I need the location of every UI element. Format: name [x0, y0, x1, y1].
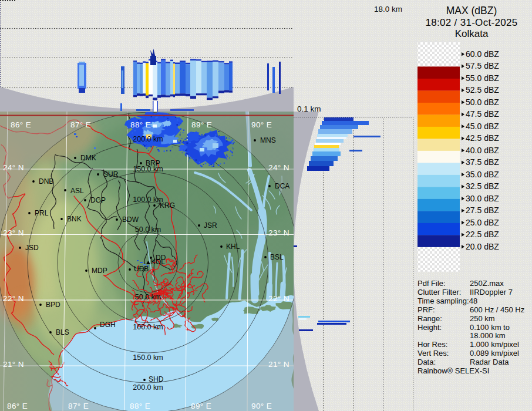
svg-text:PRL: PRL — [35, 209, 49, 217]
svg-text:87° E: 87° E — [70, 120, 91, 129]
svg-text:21° N: 21° N — [268, 360, 289, 369]
svg-text:BSL: BSL — [270, 253, 284, 261]
svg-text:MAX (dBZ): MAX (dBZ) — [446, 5, 497, 16]
svg-text:Kolkata: Kolkata — [455, 28, 489, 39]
svg-text:32.5 dBZ: 32.5 dBZ — [466, 181, 499, 191]
svg-text:200.0 km: 200.0 km — [133, 135, 163, 143]
svg-text:DMK: DMK — [80, 154, 96, 162]
svg-text:22° N: 22° N — [3, 294, 24, 303]
svg-text:18.000 km: 18.000 km — [470, 331, 506, 340]
svg-text:SHD: SHD — [149, 375, 164, 383]
svg-text:86° E: 86° E — [7, 402, 28, 410]
svg-text:45.0 dBZ: 45.0 dBZ — [466, 122, 499, 131]
svg-text:89° E: 89° E — [191, 120, 212, 129]
svg-text:DCA: DCA — [275, 182, 289, 190]
svg-text:SUR: SUR — [103, 170, 119, 178]
svg-text:KRG: KRG — [160, 201, 175, 210]
svg-text:22° N: 22° N — [268, 294, 289, 303]
svg-text:86° E: 86° E — [11, 120, 31, 129]
svg-text:27.5 dBZ: 27.5 dBZ — [466, 206, 499, 215]
svg-text:100.0 km: 100.0 km — [133, 323, 163, 331]
svg-text:Clutter Filter:: Clutter Filter: — [417, 288, 461, 297]
svg-text:BNK: BNK — [67, 215, 82, 223]
svg-text:BDW: BDW — [122, 215, 139, 224]
svg-text:87° E: 87° E — [68, 402, 89, 410]
svg-text:21° N: 21° N — [3, 360, 24, 369]
svg-text:18:02 / 31-Oct-2025: 18:02 / 31-Oct-2025 — [426, 17, 518, 28]
svg-text:Time sampling:48: Time sampling:48 — [417, 297, 477, 305]
svg-text:0.1 km: 0.1 km — [297, 105, 321, 113]
svg-text:24° N: 24° N — [268, 163, 289, 172]
svg-text:22.5 dBZ: 22.5 dBZ — [466, 230, 499, 239]
svg-text:250Z.max: 250Z.max — [470, 279, 504, 288]
svg-text:JSR: JSR — [204, 221, 217, 230]
svg-text:Pdf File:: Pdf File: — [417, 279, 446, 288]
svg-text:DGP: DGP — [90, 196, 106, 204]
svg-text:PRF:: PRF: — [417, 305, 435, 314]
svg-text:150.0 km: 150.0 km — [133, 353, 163, 362]
svg-text:DNB: DNB — [39, 177, 53, 186]
svg-text:37.5 dBZ: 37.5 dBZ — [466, 157, 499, 167]
svg-text:Range:: Range: — [417, 314, 442, 323]
svg-text:BRP: BRP — [146, 159, 160, 167]
svg-text:Data:: Data: — [417, 358, 436, 366]
svg-text:88° E: 88° E — [130, 120, 151, 129]
svg-text:BLS: BLS — [56, 328, 69, 336]
svg-text:BPD: BPD — [46, 301, 60, 309]
svg-text:24° N: 24° N — [3, 163, 24, 172]
svg-text:MDP: MDP — [92, 267, 107, 275]
svg-text:MNS: MNS — [260, 136, 276, 144]
svg-text:88° E: 88° E — [130, 402, 150, 410]
svg-text:Rainbow® SELEX-SI: Rainbow® SELEX-SI — [417, 366, 489, 375]
svg-text:23° N: 23° N — [268, 228, 289, 237]
svg-text:UDB: UDB — [134, 265, 149, 273]
svg-text:KOL: KOL — [151, 258, 165, 266]
svg-text:250 km: 250 km — [470, 314, 495, 323]
svg-text:1.000 km/pixel: 1.000 km/pixel — [470, 340, 519, 349]
svg-text:52.5 dBZ: 52.5 dBZ — [466, 85, 499, 95]
svg-text:600 Hz / 450 Hz: 600 Hz / 450 Hz — [470, 305, 524, 314]
svg-text:23° N: 23° N — [3, 228, 24, 237]
svg-text:18.0 km: 18.0 km — [374, 5, 402, 14]
svg-text:100.0 km: 100.0 km — [133, 196, 163, 204]
svg-text:0.100 km to: 0.100 km to — [470, 323, 510, 332]
svg-text:IIRDoppler 7: IIRDoppler 7 — [470, 288, 513, 297]
svg-text:40.0 dBZ: 40.0 dBZ — [466, 146, 499, 155]
svg-text:JSD: JSD — [25, 244, 39, 252]
svg-text:200.0 km: 200.0 km — [133, 383, 163, 392]
svg-text:50.0 km: 50.0 km — [135, 225, 161, 234]
svg-text:60.0 dBZ: 60.0 dBZ — [466, 49, 499, 59]
svg-text:89° E: 89° E — [191, 402, 211, 410]
svg-text:Radar Data: Radar Data — [470, 358, 509, 366]
svg-text:47.5 dBZ: 47.5 dBZ — [466, 109, 499, 119]
svg-text:20.0 dBZ: 20.0 dBZ — [466, 242, 499, 251]
svg-text:Hor Res:: Hor Res: — [417, 340, 447, 349]
svg-text:90° E: 90° E — [251, 120, 272, 129]
svg-text:DGH: DGH — [100, 321, 116, 329]
svg-text:ASL: ASL — [70, 187, 84, 195]
svg-text:42.5 dBZ: 42.5 dBZ — [466, 133, 499, 143]
svg-text:0.089 km/pixel: 0.089 km/pixel — [470, 349, 519, 358]
svg-text:57.5 dBZ: 57.5 dBZ — [466, 61, 499, 70]
svg-text:90° E: 90° E — [251, 402, 272, 410]
svg-text:Vert Res:: Vert Res: — [417, 349, 449, 358]
svg-text:30.0 dBZ: 30.0 dBZ — [466, 194, 499, 203]
svg-text:50.0 km: 50.0 km — [135, 293, 161, 301]
svg-text:55.0 dBZ: 55.0 dBZ — [466, 73, 499, 83]
svg-text:Height:: Height: — [417, 323, 442, 332]
svg-text:35.0 dBZ: 35.0 dBZ — [466, 170, 499, 179]
svg-text:25.0 dBZ: 25.0 dBZ — [466, 218, 499, 227]
svg-text:50.0 dBZ: 50.0 dBZ — [466, 97, 499, 107]
svg-text:KHL: KHL — [226, 242, 240, 251]
